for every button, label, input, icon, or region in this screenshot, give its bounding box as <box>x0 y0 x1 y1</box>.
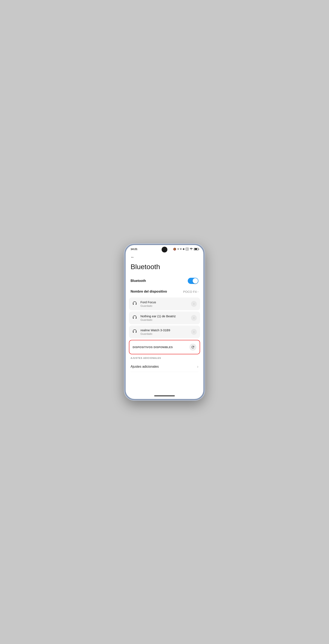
back-row: ← <box>126 252 203 261</box>
back-button[interactable]: ← <box>131 255 135 260</box>
realme-watch-status: Guardado <box>140 332 188 335</box>
wifi-icon <box>190 248 193 250</box>
bluetooth-status-icon: ✱ <box>183 248 185 250</box>
data-icon: ✕ <box>186 248 189 250</box>
nothing-ear-status: Guardado <box>140 318 188 322</box>
device-name-row[interactable]: Nombre del dispositivo POCO F4 › <box>126 287 203 296</box>
nothing-ear-info: Nothing ear (1) de Beatriz Guardado <box>140 314 188 322</box>
realme-watch-chevron[interactable]: › <box>191 329 197 335</box>
ford-focus-chevron[interactable]: › <box>191 301 197 307</box>
bluetooth-toggle-row: Bluetooth <box>126 275 203 287</box>
svg-point-0 <box>191 249 192 250</box>
saved-device-realme-watch[interactable]: realme Watch 3-31B9 Guardado › <box>129 326 200 338</box>
nothing-ear-name: Nothing ear (1) de Beatriz <box>140 314 188 318</box>
bluetooth-toggle[interactable] <box>188 278 198 284</box>
device-name-label: Nombre del dispositivo <box>131 290 167 294</box>
device-name-value: POCO F4 › <box>183 290 198 294</box>
mute-icon: 🔕 <box>173 248 176 250</box>
main-content[interactable]: ← Bluetooth Bluetooth Nombre del disposi… <box>126 252 203 393</box>
headset-icon-realme <box>132 329 137 335</box>
screen: 14:21 🔕 ⬆ M ✱ ✕ <box>126 245 203 399</box>
nothing-ear-chevron[interactable]: › <box>191 315 197 321</box>
realme-watch-info: realme Watch 3-31B9 Guardado <box>140 328 188 335</box>
additional-settings-row[interactable]: Ajustes adicionales › <box>131 361 198 372</box>
status-time: 14:21 <box>131 248 137 250</box>
home-indicator <box>126 393 203 399</box>
home-bar <box>154 396 175 396</box>
status-icons: 🔕 ⬆ M ✱ ✕ <box>173 248 198 250</box>
available-devices-label: DISPOSITIVOS DISPONIBLES <box>133 346 173 349</box>
refresh-button[interactable] <box>189 344 196 350</box>
mail-icon: M <box>180 248 182 250</box>
headset-icon-nothing <box>132 315 137 321</box>
camera-notch <box>162 247 167 252</box>
additional-settings-chevron: › <box>197 364 198 369</box>
ford-focus-info: Ford Focus Guardado <box>140 300 188 308</box>
upload-icon: ⬆ <box>177 248 179 250</box>
device-name-chevron: › <box>197 290 198 293</box>
page-title: Bluetooth <box>126 261 203 275</box>
phone-frame: 14:21 🔕 ⬆ M ✱ ✕ <box>124 244 205 400</box>
additional-settings-section-label: AJUSTES ADICIONALES <box>131 357 198 359</box>
bluetooth-toggle-label: Bluetooth <box>131 279 146 283</box>
additional-settings-label: Ajustes adicionales <box>131 365 159 368</box>
saved-device-nothing-ear[interactable]: Nothing ear (1) de Beatriz Guardado › <box>129 312 200 324</box>
saved-device-ford-focus[interactable]: Ford Focus Guardado › <box>129 298 200 310</box>
available-devices-section[interactable]: DISPOSITIVOS DISPONIBLES <box>129 340 200 354</box>
ford-focus-name: Ford Focus <box>140 300 188 304</box>
ford-focus-status: Guardado <box>140 304 188 308</box>
headset-icon-ford <box>132 301 137 307</box>
realme-watch-name: realme Watch 3-31B9 <box>140 328 188 332</box>
additional-settings-section: AJUSTES ADICIONALES Ajustes adicionales … <box>126 357 203 372</box>
battery-icon <box>194 248 198 250</box>
